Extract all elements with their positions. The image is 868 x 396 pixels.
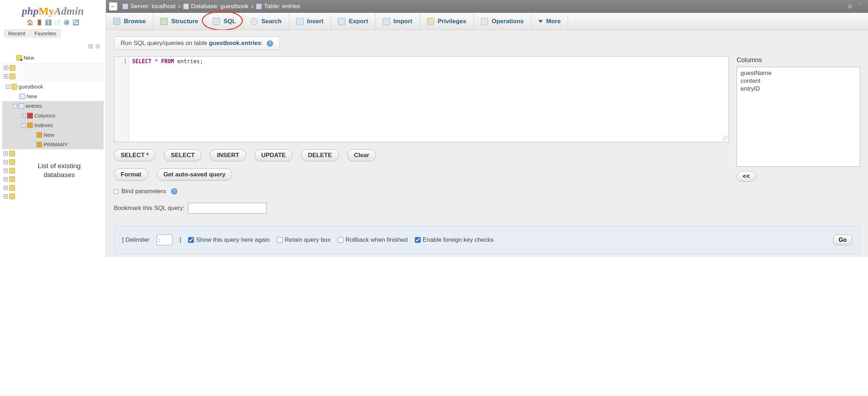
sidebar-quick-icons: 🏠 🚪 ℹ️ 📄 ⚙️ 🔄 xyxy=(2,18,104,29)
tree-new-db[interactable]: New xyxy=(2,51,104,62)
plus-icon[interactable]: + xyxy=(4,74,8,79)
tree-db-guestbook[interactable]: − guestbook xyxy=(2,82,104,91)
select-button[interactable]: SELECT xyxy=(164,149,201,161)
db-icon xyxy=(9,168,15,174)
delimiter-input[interactable] xyxy=(157,235,172,245)
main: ← Server: localhost » Database: guestboo… xyxy=(106,0,868,257)
recent-button[interactable]: Recent xyxy=(4,29,29,37)
sql-editor[interactable]: 1 SELECT * FROM entries; xyxy=(114,56,729,142)
retain-box-checkbox[interactable] xyxy=(277,237,282,243)
insert-column-button[interactable]: << xyxy=(737,171,756,182)
plus-icon[interactable]: + xyxy=(4,186,8,190)
phpmyadmin-logo: phpMyAdmin xyxy=(2,3,104,18)
bc-database[interactable]: Database: guestbook xyxy=(191,3,249,10)
retain-box-option[interactable]: Retain query box xyxy=(277,236,331,244)
collapse-all-icon[interactable] xyxy=(89,44,93,49)
get-autosaved-button[interactable]: Get auto-saved query xyxy=(157,169,232,181)
tab-browse[interactable]: Browse xyxy=(106,13,153,30)
tree-columns[interactable]: + Columns xyxy=(2,111,104,120)
bookmark-input[interactable] xyxy=(188,203,267,214)
column-option[interactable]: entryID xyxy=(741,85,856,93)
tab-structure[interactable]: Structure xyxy=(153,13,206,30)
show-again-checkbox[interactable] xyxy=(188,237,194,243)
go-button[interactable]: Go xyxy=(833,235,852,245)
db-icon xyxy=(9,159,15,165)
clear-button[interactable]: Clear xyxy=(347,149,376,161)
tab-more[interactable]: More xyxy=(531,13,568,30)
bc-sep: » xyxy=(251,3,254,10)
page-settings-gear-icon[interactable]: ✲ xyxy=(847,3,854,10)
format-button[interactable]: Format xyxy=(114,169,148,181)
docs-icon[interactable]: ℹ️ xyxy=(45,19,51,26)
plus-icon[interactable]: + xyxy=(4,177,8,181)
plus-icon[interactable]: + xyxy=(21,114,26,118)
plus-icon[interactable]: + xyxy=(4,66,8,70)
database-icon xyxy=(183,4,189,9)
tree-index-new[interactable]: New xyxy=(2,130,104,140)
sidebar-note-line1: List of existing xyxy=(19,162,100,171)
bind-parameters-checkbox[interactable] xyxy=(114,189,119,194)
rollback-checkbox[interactable] xyxy=(338,237,343,243)
home-icon[interactable]: 🏠 xyxy=(27,19,33,26)
column-option[interactable]: guestName xyxy=(741,69,856,77)
foreign-keys-checkbox[interactable] xyxy=(415,237,421,243)
foreign-keys-option[interactable]: Enable foreign key checks xyxy=(415,236,493,244)
insert-button[interactable]: INSERT xyxy=(210,149,246,161)
show-again-option[interactable]: Show this query here again xyxy=(188,236,270,244)
panel-title: Run SQL query/queries on table guestbook… xyxy=(114,36,280,50)
reload-icon[interactable]: 🔄 xyxy=(72,19,79,26)
tree-indexes[interactable]: − Indexes xyxy=(2,120,104,130)
minus-icon[interactable]: − xyxy=(13,104,17,108)
table-icon xyxy=(256,4,262,9)
delimiter-label-open: [ Delimiter xyxy=(122,236,150,244)
collapse-top-icon[interactable]: ⌃ xyxy=(858,3,865,10)
back-button[interactable]: ← xyxy=(109,2,117,11)
panel-title-link[interactable]: guestbook.entries xyxy=(209,40,261,46)
tree-index-primary-label: PRIMARY xyxy=(44,140,68,149)
resize-grip[interactable] xyxy=(723,136,728,141)
rollback-option[interactable]: Rollback when finished xyxy=(338,236,408,244)
link-icon[interactable] xyxy=(96,44,100,49)
plus-icon[interactable]: + xyxy=(4,151,8,156)
tab-import[interactable]: Import xyxy=(376,13,420,30)
browse-icon xyxy=(113,18,120,25)
tree-index-primary[interactable]: PRIMARY xyxy=(2,140,104,149)
help-icon[interactable]: ? xyxy=(267,40,273,47)
tree-table-label: entries xyxy=(26,101,42,111)
search-icon xyxy=(251,18,258,25)
select-star-button[interactable]: SELECT * xyxy=(114,149,155,161)
tree-table-entries[interactable]: − entries xyxy=(2,101,104,111)
help-icon[interactable]: ? xyxy=(171,188,177,195)
minus-icon[interactable]: − xyxy=(6,85,10,89)
sidebar-note: List of existing databases xyxy=(19,162,100,201)
favorites-button[interactable]: Favorites xyxy=(30,29,60,37)
tab-search[interactable]: Search xyxy=(244,13,289,30)
minus-icon[interactable]: − xyxy=(21,123,26,127)
tab-export[interactable]: Export xyxy=(331,13,376,30)
indexes-icon xyxy=(27,122,33,128)
plus-icon[interactable]: + xyxy=(4,160,8,164)
columns-listbox[interactable]: guestName content entryID xyxy=(737,67,860,167)
server-icon xyxy=(122,4,128,9)
plus-icon[interactable]: + xyxy=(4,194,8,199)
sql-icon[interactable]: 📄 xyxy=(54,19,61,26)
tab-operations[interactable]: Operations xyxy=(474,13,531,30)
logout-icon[interactable]: 🚪 xyxy=(36,19,42,26)
column-option[interactable]: content xyxy=(741,77,856,85)
tab-privileges[interactable]: Privileges xyxy=(420,13,474,30)
tab-sql[interactable]: SQL xyxy=(206,13,244,30)
editor-code[interactable]: SELECT * FROM entries; xyxy=(129,57,728,142)
delete-button[interactable]: DELETE xyxy=(301,149,338,161)
plus-icon[interactable]: + xyxy=(4,169,8,173)
bookmark-label: Bookmark this SQL query: xyxy=(114,205,185,212)
settings-gear-icon[interactable]: ⚙️ xyxy=(63,19,70,26)
update-button[interactable]: UPDATE xyxy=(255,149,293,161)
insert-icon xyxy=(296,18,303,25)
bc-table[interactable]: Table: entries xyxy=(264,3,300,10)
tab-insert[interactable]: Insert xyxy=(289,13,331,30)
tree-db-new[interactable]: New xyxy=(2,91,104,101)
sidebar-note-line2: databases xyxy=(19,171,100,180)
bc-server[interactable]: Server: localhost xyxy=(130,3,176,10)
columns-icon xyxy=(27,113,33,119)
editor-gutter: 1 xyxy=(114,57,129,142)
